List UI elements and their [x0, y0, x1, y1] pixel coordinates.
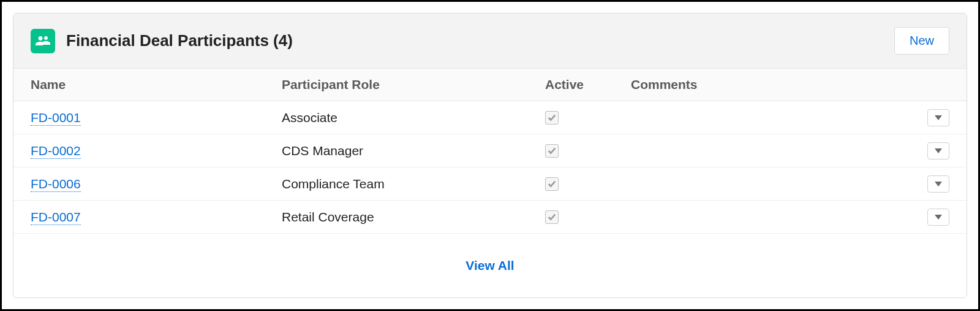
chevron-down-icon [935, 182, 942, 186]
record-name-link[interactable]: FD-0002 [31, 144, 81, 159]
active-checkbox [545, 111, 559, 125]
table-row: FD-0006Compliance Team [13, 167, 967, 201]
active-checkbox [545, 144, 559, 158]
table-header-row: Name Participant Role Active Comments [13, 69, 967, 101]
view-all-link[interactable]: View All [466, 258, 514, 273]
table-row: FD-0002CDS Manager [13, 134, 967, 167]
row-actions-button[interactable] [927, 209, 949, 226]
chevron-down-icon [935, 148, 942, 153]
participant-role-cell: Retail Coverage [282, 210, 545, 225]
card-footer: View All [13, 234, 967, 298]
participant-role-cell: Compliance Team [282, 177, 545, 191]
new-button[interactable]: New [894, 27, 949, 55]
table-row: FD-0007Retail Coverage [13, 201, 967, 234]
table-body: FD-0001AssociateFD-0002CDS ManagerFD-000… [13, 101, 967, 234]
chevron-down-icon [935, 115, 942, 120]
table-row: FD-0001Associate [13, 101, 967, 134]
active-checkbox [545, 210, 559, 224]
related-list-card: Financial Deal Participants (4) New Name… [13, 13, 967, 298]
card-title: Financial Deal Participants (4) [66, 31, 894, 50]
participant-role-cell: CDS Manager [282, 144, 545, 158]
row-actions-button[interactable] [927, 142, 949, 159]
row-actions-button[interactable] [927, 175, 949, 193]
column-header-role[interactable]: Participant Role [282, 77, 545, 92]
record-name-link[interactable]: FD-0001 [31, 110, 81, 126]
svg-marker-3 [935, 215, 942, 220]
record-name-link[interactable]: FD-0007 [31, 210, 81, 225]
svg-marker-1 [935, 148, 942, 153]
active-checkbox [545, 177, 559, 191]
chevron-down-icon [935, 215, 942, 220]
participants-icon [31, 29, 55, 53]
column-header-active[interactable]: Active [545, 77, 631, 92]
participant-role-cell: Associate [282, 110, 545, 125]
record-name-link[interactable]: FD-0006 [31, 177, 81, 192]
card-header: Financial Deal Participants (4) New [13, 13, 967, 69]
row-actions-button[interactable] [927, 109, 949, 126]
svg-marker-2 [935, 182, 942, 186]
svg-marker-0 [935, 115, 942, 120]
column-header-comments[interactable]: Comments [631, 77, 913, 92]
column-header-name[interactable]: Name [31, 77, 282, 92]
